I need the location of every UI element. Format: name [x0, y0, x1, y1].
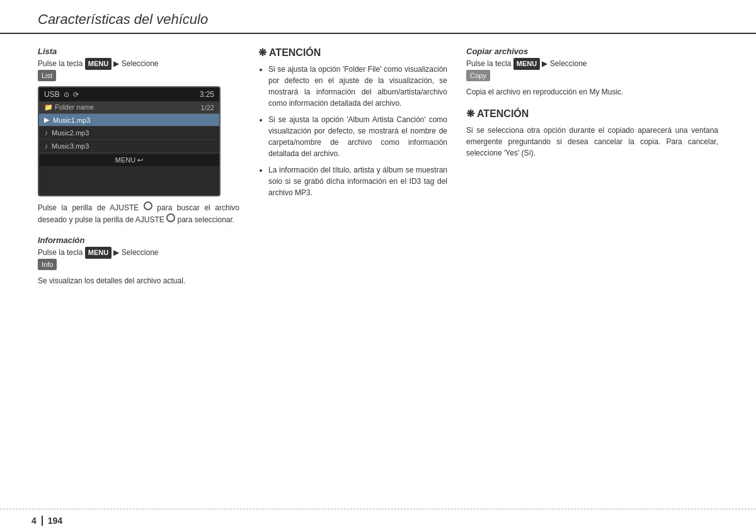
page-footer: 4 194: [0, 509, 756, 532]
file-name-2: Music2.mp3: [52, 129, 89, 137]
mid-column: ❋ ATENCIÓN Si se ajusta la opción 'Folde…: [258, 47, 447, 291]
lista-section: Lista Pulse la tecla MENU ▶ Seleccione L…: [38, 47, 239, 225]
copiar-section: Copiar archivos Pulse la tecla MENU ▶ Se…: [466, 47, 718, 98]
lista-arrow: ▶ Seleccione: [113, 59, 158, 68]
attention-title-1: ATENCIÓN: [269, 47, 321, 59]
usb-text: USB: [44, 90, 60, 99]
attention-symbol-2: ❋: [466, 108, 474, 120]
copiar-text: Copia el archivo en reproducción en My M…: [466, 86, 718, 98]
usb-label: USB ⊙ ⟳: [44, 90, 79, 99]
usb-file-row-2: ♪ Music2.mp3: [39, 127, 219, 140]
page-header: Características del vehículo: [0, 0, 756, 34]
footer-chapter: 4: [32, 516, 43, 526]
attention-symbol-1: ❋: [258, 47, 266, 59]
informacion-instruction: Pulse la tecla MENU ▶ Seleccione Info: [38, 247, 239, 270]
music-icon-3: ♪: [44, 142, 48, 150]
footer-page: 194: [48, 516, 62, 526]
bullet-3: La información del título, artista y álb…: [268, 164, 447, 198]
lista-instruction: Pulse la tecla MENU ▶ Seleccione List: [38, 58, 239, 81]
copiar-menu-btn: MENU: [513, 58, 540, 70]
folder-icon: 📁 Folder name: [44, 103, 94, 111]
attention-section-2: ❋ ATENCIÓN Si se selecciona otra opción …: [466, 108, 718, 159]
copiar-title: Copiar archivos: [466, 47, 718, 56]
usb-bottom-bar: MENU ↩: [39, 154, 219, 166]
info-menu-btn: MENU: [85, 247, 112, 259]
right-column: Copiar archivos Pulse la tecla MENU ▶ Se…: [466, 47, 718, 291]
info-arrow: ▶ Seleccione: [113, 248, 158, 257]
lista-badge: List: [38, 70, 56, 82]
usb-icon1: ⊙: [64, 91, 69, 99]
usb-time: 3:25: [200, 90, 214, 99]
info-prefix: Pulse la tecla: [38, 248, 83, 257]
attention-header-2: ❋ ATENCIÓN: [466, 108, 718, 120]
usb-screen: USB ⊙ ⟳ 3:25 📁 Folder name 1/22 ▶ Music1…: [38, 86, 220, 196]
ajuste-instruction: Pulse la perilla de AJUSTE para buscar e…: [38, 201, 239, 225]
usb-top-bar: USB ⊙ ⟳ 3:25: [39, 88, 219, 101]
file-name-3: Music3.mp3: [52, 142, 89, 150]
left-column: Lista Pulse la tecla MENU ▶ Seleccione L…: [38, 47, 239, 291]
copiar-instruction: Pulse la tecla MENU ▶ Seleccione Copy: [466, 58, 718, 81]
music-icon-2: ♪: [44, 128, 48, 137]
lista-prefix: Pulse la tecla: [38, 59, 83, 68]
main-content: Lista Pulse la tecla MENU ▶ Seleccione L…: [0, 47, 756, 291]
info-badge: Info: [38, 259, 57, 271]
copiar-prefix: Pulse la tecla: [466, 59, 511, 68]
attention2-text: Si se selecciona otra opción durante el …: [466, 125, 718, 159]
menu-bottom-label: MENU ↩: [115, 156, 143, 164]
page-title: Características del vehículo: [38, 11, 718, 28]
informacion-title: Información: [38, 235, 239, 245]
folder-count: 1/22: [201, 104, 214, 111]
usb-icon2: ⟳: [73, 91, 79, 99]
usb-file-row-3: ♪ Music3.mp3: [39, 140, 219, 153]
usb-folder-row: 📁 Folder name 1/22: [39, 101, 219, 114]
file-name-1: Music1.mp3: [53, 116, 90, 124]
copiar-arrow: ▶ Seleccione: [542, 59, 587, 68]
bullet-2: Si se ajusta la opción 'Album Artista Ca…: [268, 114, 447, 159]
bullet-1: Si se ajusta la opción 'Folder File' com…: [268, 64, 447, 109]
play-icon: ▶: [44, 116, 49, 124]
lista-menu-btn: MENU: [85, 58, 112, 70]
attention-title-2: ATENCIÓN: [477, 108, 529, 120]
attention-header-1: ❋ ATENCIÓN: [258, 47, 447, 59]
ajuste-knob2-icon: [166, 213, 175, 222]
lista-title: Lista: [38, 47, 239, 56]
informacion-section: Información Pulse la tecla MENU ▶ Selecc…: [38, 235, 239, 286]
info-text: Se visualizan los detalles del archivo a…: [38, 275, 239, 286]
ajuste-knob-icon: [144, 201, 152, 210]
usb-file-row-1: ▶ Music1.mp3: [39, 114, 219, 127]
copy-badge: Copy: [466, 70, 490, 82]
attention-bullets: Si se ajusta la opción 'Folder File' com…: [258, 64, 447, 198]
